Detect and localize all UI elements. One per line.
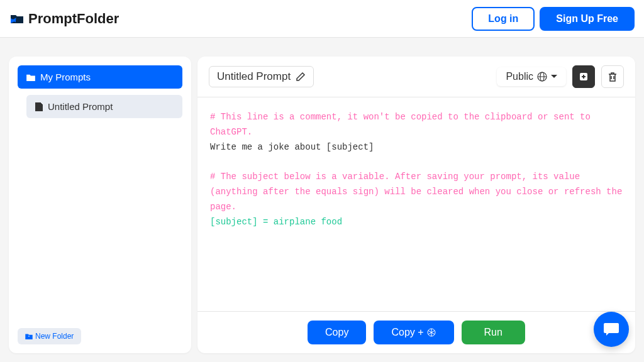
sidebar: My Prompts Untitled Prompt New Folder <box>9 57 191 353</box>
sidebar-item-label: Untitled Prompt <box>48 101 113 112</box>
header-buttons: Log in Sign Up Free <box>472 7 635 31</box>
editor-comment-2: # The subject below is a variable. After… <box>210 172 628 212</box>
editor-variable: [subject] = airplane food <box>210 217 342 227</box>
trash-icon <box>608 72 617 82</box>
editor-comment-1: # This line is a comment, it won't be co… <box>210 112 596 137</box>
delete-button[interactable] <box>601 65 624 88</box>
editor-line-2: Write me a joke about [subject] <box>210 142 374 152</box>
file-icon <box>35 102 43 111</box>
logo[interactable]: PromptFolder <box>9 11 119 27</box>
logo-text: PromptFolder <box>28 11 119 27</box>
copy-plus-label: Copy + <box>391 327 423 338</box>
openai-icon <box>426 327 436 337</box>
header-actions: Public <box>497 65 624 88</box>
chat-icon <box>602 321 620 338</box>
sidebar-my-prompts[interactable]: My Prompts <box>18 65 182 89</box>
sidebar-title: My Prompts <box>40 72 91 82</box>
new-folder-label: New Folder <box>35 332 74 341</box>
logo-icon <box>9 11 25 26</box>
folder-plus-icon <box>25 333 33 339</box>
header: PromptFolder Log in Sign Up Free <box>0 0 644 38</box>
signup-button[interactable]: Sign Up Free <box>540 7 635 31</box>
copy-plus-button[interactable]: Copy + <box>374 321 453 344</box>
login-button[interactable]: Log in <box>472 7 535 31</box>
prompt-title-box[interactable]: Untitled Prompt <box>209 66 314 87</box>
sidebar-item-prompt[interactable]: Untitled Prompt <box>26 95 182 118</box>
chevron-down-icon <box>551 75 557 79</box>
help-bubble[interactable] <box>594 312 629 347</box>
prompt-title: Untitled Prompt <box>217 70 291 83</box>
visibility-button[interactable]: Public <box>497 67 566 86</box>
content-footer: Copy Copy + Run <box>197 311 635 353</box>
new-folder-button[interactable]: New Folder <box>18 328 81 344</box>
visibility-label: Public <box>506 71 533 82</box>
copy-button[interactable]: Copy <box>308 321 366 344</box>
globe-icon <box>537 72 547 82</box>
duplicate-button[interactable] <box>572 65 595 88</box>
content-header: Untitled Prompt Public <box>197 57 635 97</box>
main-container: My Prompts Untitled Prompt New Folder Un… <box>0 38 644 362</box>
run-button[interactable]: Run <box>462 321 525 344</box>
edit-icon <box>296 72 306 82</box>
copy-plus-icon <box>579 72 589 82</box>
folder-icon <box>26 74 35 81</box>
content: Untitled Prompt Public # This line is a … <box>197 57 635 353</box>
prompt-editor[interactable]: # This line is a comment, it won't be co… <box>197 97 635 311</box>
